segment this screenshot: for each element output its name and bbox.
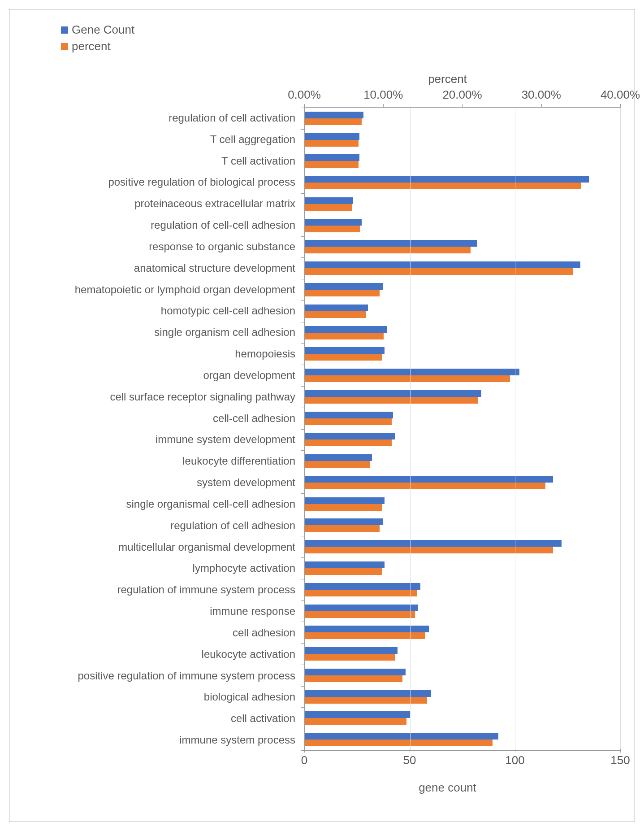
category-label: leukocyte activation [202, 648, 295, 661]
percent-bar [305, 611, 415, 618]
bottom-tick-label: 50 [403, 753, 416, 767]
category-label: biological adhesion [204, 690, 295, 704]
top-tick-label: 30.00% [522, 88, 561, 102]
gene-count-swatch-icon [61, 26, 68, 34]
legend: Gene Count percent [61, 23, 134, 56]
gene-count-bar [305, 347, 385, 354]
category-label: T cell aggregation [210, 133, 295, 146]
percent-bar [305, 118, 362, 125]
gene-count-bar [305, 647, 398, 654]
gene-count-bar [305, 433, 395, 439]
gene-count-bar [305, 369, 519, 375]
category-label: cell surface receptor signaling pathway [110, 390, 295, 404]
gene-count-bar [305, 561, 385, 568]
percent-bar [305, 375, 510, 382]
category-label: anatomical structure development [134, 261, 295, 275]
category-label: organ development [203, 369, 295, 382]
percent-bar [305, 354, 382, 361]
gene-count-bar [305, 605, 418, 611]
percent-bar [305, 268, 573, 275]
category-label: immune system process [179, 733, 295, 747]
bottom-axis-title: gene count [9, 781, 635, 795]
percent-bar [305, 718, 406, 725]
bottom-tick-label: 150 [610, 753, 630, 767]
percent-bar [305, 632, 425, 639]
percent-bar [305, 568, 382, 575]
percent-bar [305, 697, 427, 704]
top-tick-label: 0.00% [288, 88, 321, 102]
percent-bar [305, 547, 553, 553]
percent-bar [305, 311, 366, 318]
category-label: hematopoietic or lymphoid organ developm… [75, 283, 295, 296]
percent-bar [305, 740, 493, 746]
category-label: cell activation [231, 712, 295, 725]
category-label: regulation of cell activation [169, 111, 295, 125]
gridline [410, 108, 411, 750]
category-label: single organismal cell-cell adhesion [126, 497, 295, 511]
bottom-tick-label: 100 [505, 753, 524, 767]
top-axis: 0.00%10.00%20.00%30.00%40.00% [304, 88, 620, 106]
gene-count-bar [305, 197, 353, 204]
legend-label-percent: percent [72, 39, 111, 53]
chart-container: Gene Count percent percent 0.00%10.00%20… [9, 9, 635, 822]
gene-count-bar [305, 112, 363, 118]
legend-item-gene-count: Gene Count [61, 23, 134, 37]
category-label: T cell activation [221, 154, 295, 168]
gene-count-bar [305, 261, 580, 268]
percent-bar [305, 204, 352, 211]
percent-bar [305, 226, 360, 232]
gene-count-bar [305, 240, 477, 247]
percent-bar [305, 461, 370, 468]
category-label: positive regulation of biological proces… [108, 175, 295, 189]
percent-bar [305, 439, 392, 446]
gene-count-bar [305, 476, 553, 483]
gene-count-bar [305, 412, 393, 418]
top-axis-title: percent [9, 72, 635, 86]
category-label: regulation of cell-cell adhesion [151, 218, 295, 232]
percent-bar [305, 397, 478, 404]
percent-bar [305, 483, 545, 489]
percent-bar [305, 290, 380, 296]
gene-count-bar [305, 305, 368, 311]
bottom-tick-label: 0 [301, 753, 307, 767]
gene-count-bar [305, 219, 362, 226]
plot-area [304, 107, 620, 751]
category-label: homotypic cell-cell adhesion [161, 304, 295, 318]
gene-count-bar [305, 540, 562, 547]
gene-count-bar [305, 669, 406, 675]
percent-bar [305, 140, 359, 147]
gene-count-bar [305, 454, 372, 461]
gene-count-bar [305, 283, 383, 290]
category-label: response to organic substance [149, 240, 295, 253]
top-tick-label: 20.00% [442, 88, 482, 102]
gene-count-bar [305, 133, 359, 140]
category-label: immune response [210, 605, 295, 618]
gene-count-bar [305, 711, 410, 718]
percent-bar [305, 161, 359, 168]
category-label: leukocyte differentiation [182, 454, 295, 468]
gene-count-bar [305, 497, 385, 504]
category-label: cell adhesion [233, 626, 295, 640]
category-label: single organism cell adhesion [154, 326, 295, 339]
gridline [515, 108, 515, 750]
gene-count-bar [305, 583, 420, 590]
category-label: positive regulation of immune system pro… [78, 669, 295, 683]
gene-count-bar [305, 733, 498, 740]
percent-bar [305, 333, 384, 339]
category-label: proteinaceous extracellular matrix [134, 197, 295, 210]
percent-bar [305, 525, 380, 532]
legend-label-gene-count: Gene Count [72, 23, 134, 37]
percent-swatch-icon [61, 43, 68, 50]
percent-bar [305, 654, 395, 661]
gene-count-bar [305, 690, 431, 697]
percent-bar [305, 418, 392, 425]
category-labels: regulation of cell activationT cell aggr… [14, 107, 300, 751]
percent-bar [305, 183, 581, 189]
category-label: cell-cell adhesion [213, 412, 295, 425]
category-label: hemopoiesis [235, 347, 295, 361]
category-label: system development [197, 476, 295, 489]
category-label: regulation of cell adhesion [170, 519, 295, 532]
bottom-axis: 050100150 [304, 751, 620, 769]
gene-count-bar [305, 390, 481, 397]
gene-count-bar [305, 176, 589, 183]
